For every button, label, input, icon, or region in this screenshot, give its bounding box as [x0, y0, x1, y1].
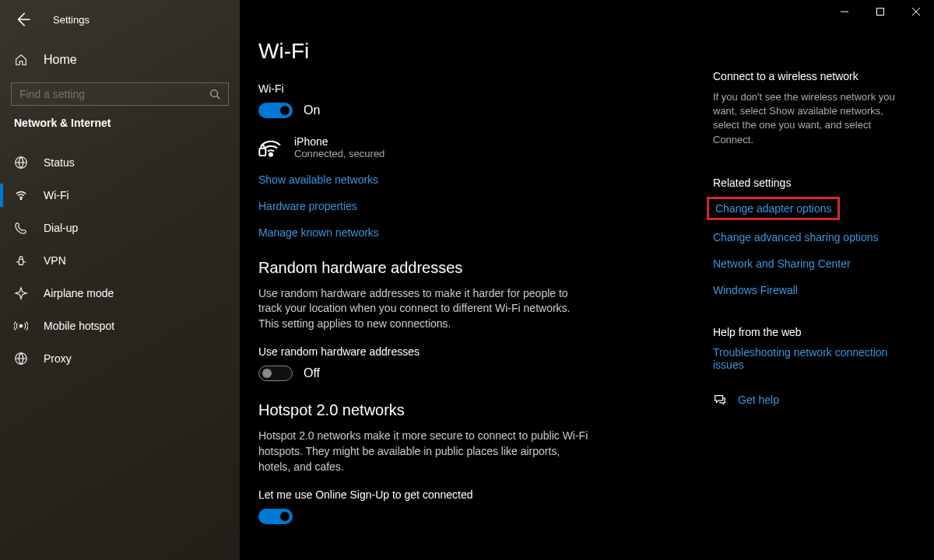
app-title: Settings [53, 14, 90, 26]
random-hw-toggle-label: Use random hardware addresses [258, 345, 688, 358]
vpn-icon [14, 254, 28, 268]
hotspot-toggle[interactable] [258, 509, 293, 524]
network-center-link[interactable]: Network and Sharing Center [713, 257, 903, 270]
home-icon [14, 53, 28, 67]
nav-label: Airplane mode [44, 287, 114, 299]
phone-icon [14, 221, 28, 235]
chat-icon [713, 393, 727, 407]
sidebar-item-hotspot[interactable]: Mobile hotspot [0, 310, 240, 342]
sidebar-item-proxy[interactable]: Proxy [0, 342, 240, 375]
sidebar-item-vpn[interactable]: VPN [0, 244, 240, 277]
svg-point-2 [20, 198, 22, 200]
show-networks-link[interactable]: Show available networks [258, 173, 688, 186]
nav-label: Status [44, 156, 75, 169]
home-button[interactable]: Home [0, 45, 240, 75]
hotspot-icon [14, 319, 28, 333]
proxy-icon [14, 352, 28, 366]
arrow-left-icon [14, 11, 31, 28]
random-hw-title: Random hardware addresses [258, 259, 688, 277]
wifi-secured-icon [258, 137, 283, 161]
window-controls [827, 0, 934, 23]
nav-label: Mobile hotspot [44, 320, 114, 332]
right-panel: Connect to a wireless network If you don… [707, 0, 917, 560]
page-title: Wi-Fi [258, 39, 688, 64]
hotspot-title: Hotspot 2.0 networks [258, 401, 688, 419]
sidebar-item-dialup[interactable]: Dial-up [0, 212, 240, 244]
minimize-icon [841, 8, 848, 16]
nav-label: Dial-up [44, 222, 78, 234]
svg-rect-8 [259, 149, 265, 156]
hardware-properties-link[interactable]: Hardware properties [258, 200, 688, 212]
svg-rect-3 [19, 259, 23, 264]
sidebar-item-airplane[interactable]: Airplane mode [0, 277, 240, 310]
sidebar: Settings Home Network & Internet Status … [0, 0, 240, 560]
content: Wi-Fi Wi-Fi On iPhone Connected, secured… [240, 0, 707, 560]
manage-known-link[interactable]: Manage known networks [258, 226, 688, 239]
sidebar-item-status[interactable]: Status [0, 146, 240, 179]
connect-heading: Connect to a wireless network [713, 70, 903, 82]
nav-label: Proxy [44, 352, 72, 365]
search-icon [209, 89, 220, 100]
network-status: Connected, secured [294, 148, 384, 159]
minimize-button[interactable] [827, 0, 862, 23]
category-label: Network & Internet [0, 117, 240, 129]
wifi-toggle[interactable] [258, 103, 293, 118]
wifi-toggle-state: On [304, 103, 320, 117]
random-hw-desc: Use random hardware addresses to make it… [258, 286, 593, 332]
close-button[interactable] [898, 0, 934, 23]
troubleshoot-link[interactable]: Troubleshooting network connection issue… [713, 346, 903, 371]
search-box[interactable] [11, 82, 229, 106]
random-hw-toggle[interactable] [258, 366, 293, 381]
titlebar: Settings [0, 11, 240, 28]
hotspot-toggle-label: Let me use Online Sign-Up to get connect… [258, 488, 688, 501]
random-hw-toggle-row: Off [258, 366, 688, 381]
home-label: Home [44, 53, 77, 67]
connect-text: If you don't see the wireless network yo… [713, 90, 903, 147]
wifi-label: Wi-Fi [258, 82, 688, 95]
svg-point-0 [211, 90, 218, 97]
related-heading: Related settings [713, 177, 903, 189]
back-button[interactable] [14, 11, 31, 28]
sidebar-item-wifi[interactable]: Wi-Fi [0, 179, 240, 212]
main-area: Wi-Fi Wi-Fi On iPhone Connected, secured… [240, 0, 934, 560]
airplane-icon [14, 286, 28, 300]
svg-point-4 [19, 324, 23, 327]
hotspot-desc: Hotspot 2.0 networks make it more secure… [258, 429, 593, 474]
maximize-icon [876, 8, 884, 16]
current-network[interactable]: iPhone Connected, secured [258, 135, 688, 161]
wifi-toggle-row: On [258, 103, 688, 118]
get-help-label: Get help [738, 394, 779, 406]
maximize-button[interactable] [862, 0, 898, 23]
nav-list: Status Wi-Fi Dial-up VPN Airplane mode M… [0, 146, 240, 375]
hotspot-toggle-row [258, 509, 688, 524]
wifi-icon [14, 188, 28, 202]
highlight-box: Change adapter options [707, 197, 840, 220]
help-heading: Help from the web [713, 326, 903, 338]
nav-label: Wi-Fi [44, 189, 69, 201]
change-adapter-link[interactable]: Change adapter options [715, 202, 831, 215]
nav-label: VPN [44, 254, 66, 267]
get-help-row[interactable]: Get help [713, 393, 903, 407]
random-hw-toggle-state: Off [304, 366, 320, 380]
network-name: iPhone [294, 135, 384, 148]
search-input[interactable] [19, 88, 209, 100]
close-icon [912, 8, 920, 16]
change-sharing-link[interactable]: Change advanced sharing options [713, 231, 903, 243]
svg-point-7 [269, 153, 272, 156]
globe-icon [14, 156, 28, 170]
windows-firewall-link[interactable]: Windows Firewall [713, 284, 903, 296]
svg-rect-6 [877, 9, 884, 16]
